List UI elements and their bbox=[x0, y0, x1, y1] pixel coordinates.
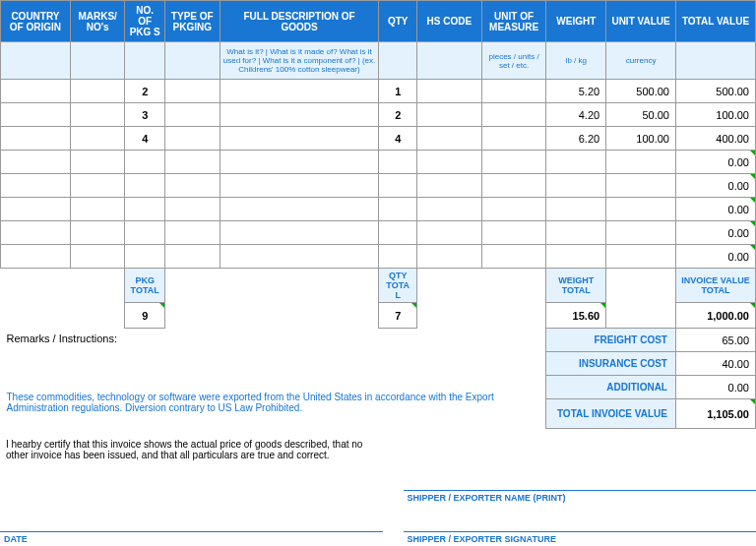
table-row: 0.00 bbox=[1, 174, 756, 198]
pkg-total: 9 bbox=[125, 303, 164, 329]
table-row: 446.20100.00400.00 bbox=[1, 127, 756, 151]
disclaimer: These commodities, technology or softwar… bbox=[1, 376, 546, 429]
total-invoice-label: TOTAL INVOICE VALUE bbox=[546, 399, 676, 429]
qty-total-label: QTY TOTA L bbox=[379, 269, 416, 303]
insurance-label: INSURANCE COST bbox=[546, 352, 676, 376]
col-country: COUNTRY OF ORIGIN bbox=[1, 1, 71, 42]
col-desc: FULL DESCRIPTION OF GOODS bbox=[220, 1, 379, 42]
additional-label: ADDITIONAL bbox=[546, 376, 676, 399]
table-row: 0.00 bbox=[1, 198, 756, 221]
col-qty: QTY bbox=[379, 1, 416, 42]
col-totval: TOTAL VALUE bbox=[675, 1, 755, 42]
hint-cell bbox=[1, 42, 71, 80]
col-uom: UNIT OF MEASURE bbox=[481, 1, 546, 42]
remarks-label: Remarks / Instructions: bbox=[1, 329, 546, 376]
shipper-sig-label: SHIPPER / EXPORTER SIGNATURE bbox=[404, 532, 756, 547]
col-marks: MARKS/ NO's bbox=[70, 1, 125, 42]
invoice-total: 1,000.00 bbox=[675, 303, 755, 329]
freight-value[interactable]: 65.00 bbox=[675, 329, 755, 352]
shipper-name-field[interactable] bbox=[404, 435, 756, 490]
col-pkgs: NO. OF PKG S bbox=[125, 1, 164, 42]
weight-total-label: WEIGHT TOTAL bbox=[546, 269, 606, 303]
hint-desc: What is it? | What is it made of? What i… bbox=[220, 42, 379, 80]
col-hs: HS CODE bbox=[416, 1, 481, 42]
col-pkging: TYPE OF PKGING bbox=[164, 1, 220, 42]
hint-uom: pieces / units / set / etc. bbox=[481, 42, 546, 80]
weight-total: 15.60 bbox=[546, 303, 606, 329]
qty-total: 7 bbox=[379, 303, 416, 329]
hint-weight: lb / kg bbox=[546, 42, 606, 80]
col-unitval: UNIT VALUE bbox=[606, 1, 676, 42]
date-field[interactable] bbox=[0, 505, 383, 532]
col-weight: WEIGHT bbox=[546, 1, 606, 42]
date-label: DATE bbox=[0, 532, 383, 547]
total-invoice-value: 1,105.00 bbox=[675, 399, 755, 429]
shipper-name-label: SHIPPER / EXPORTER NAME (PRINT) bbox=[404, 490, 756, 505]
freight-label: FREIGHT COST bbox=[546, 329, 676, 352]
table-row: 0.00 bbox=[1, 151, 756, 174]
table-row: 215.20500.00500.00 bbox=[1, 80, 756, 103]
table-row: 324.2050.00100.00 bbox=[1, 103, 756, 127]
cert-text: I hearby certify that this invoice shows… bbox=[0, 435, 383, 490]
table-row: 0.00 bbox=[1, 221, 756, 245]
invoice-total-label: INVOICE VALUE TOTAL bbox=[675, 269, 755, 303]
insurance-value[interactable]: 40.00 bbox=[675, 352, 755, 376]
pkg-total-label: PKG TOTAL bbox=[125, 269, 164, 303]
hint-curr: currency bbox=[606, 42, 676, 80]
shipper-sig-field[interactable] bbox=[404, 505, 756, 532]
signature-block: I hearby certify that this invoice shows… bbox=[0, 435, 756, 546]
additional-value[interactable]: 0.00 bbox=[675, 376, 755, 399]
invoice-table: COUNTRY OF ORIGIN MARKS/ NO's NO. OF PKG… bbox=[0, 0, 756, 429]
table-row: 0.00 bbox=[1, 245, 756, 269]
